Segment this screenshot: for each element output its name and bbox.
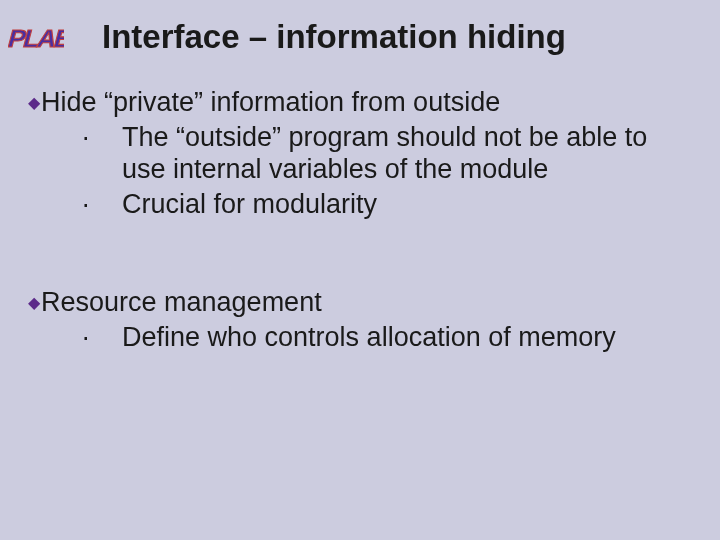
svg-text:PLAB: PLAB: [8, 25, 64, 52]
diamond-bullet-icon: ◆: [28, 293, 40, 311]
bullet-text: Define who controls allocation of memory: [122, 322, 616, 352]
diamond-bullet-icon: ◆: [28, 93, 40, 111]
bullet-level1: ◆Hide “private” information from outside: [28, 86, 692, 119]
slide-body: ◆Hide “private” information from outside…: [28, 86, 692, 355]
bullet-text: Resource management: [41, 287, 322, 317]
spacer: [28, 222, 692, 286]
bullet-level2: ·Crucial for modularity: [102, 188, 692, 220]
bullet-level2: ·The “outside” program should not be abl…: [102, 121, 692, 186]
slide-title: Interface – information hiding: [102, 18, 704, 56]
bullet-level2: ·Define who controls allocation of memor…: [102, 321, 692, 353]
disc-bullet-icon: ·: [102, 121, 122, 153]
slide: PLAB Interface – information hiding ◆Hid…: [0, 0, 720, 540]
bullet-text: The “outside” program should not be able…: [122, 122, 647, 184]
bullet-text: Hide “private” information from outside: [41, 87, 500, 117]
bullet-text: Crucial for modularity: [122, 189, 377, 219]
disc-bullet-icon: ·: [102, 321, 122, 353]
plab-logo-icon: PLAB: [8, 8, 64, 60]
plab-logo: PLAB: [8, 8, 64, 60]
bullet-level1: ◆Resource management: [28, 286, 692, 319]
disc-bullet-icon: ·: [102, 188, 122, 220]
